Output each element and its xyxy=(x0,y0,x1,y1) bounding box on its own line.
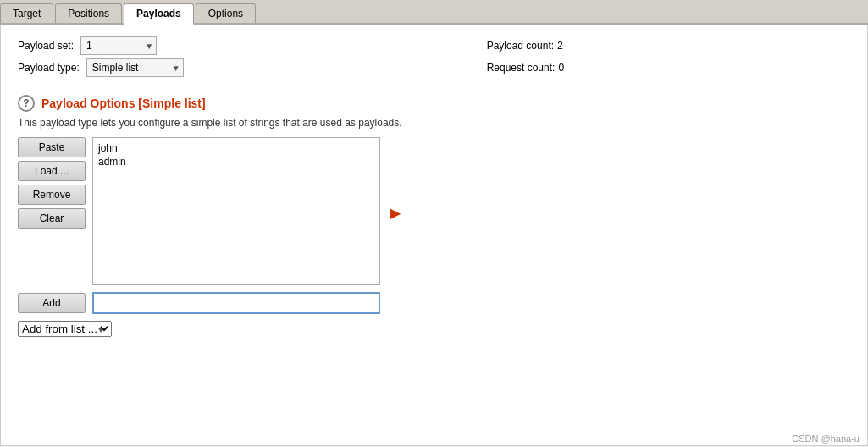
load-button[interactable]: Load ... xyxy=(18,161,86,181)
tab-payloads[interactable]: Payloads xyxy=(124,3,194,25)
payload-type-select[interactable]: Simple list Runtime file Custom iterator xyxy=(86,58,184,77)
help-icon[interactable]: ? xyxy=(18,95,35,112)
payload-set-select-wrap: 1 2 3 ▼ xyxy=(80,36,157,55)
add-from-list-wrap: Add from list ... ▼ xyxy=(18,321,112,337)
payload-count-row: Payload count: 2 xyxy=(487,40,850,52)
section-header: ? Payload Options [Simple list] xyxy=(18,95,850,112)
play-icon: ▶ xyxy=(390,205,401,221)
tab-options[interactable]: Options xyxy=(196,3,256,23)
clear-button[interactable]: Clear xyxy=(18,208,86,229)
request-count-value: 0 xyxy=(558,62,564,74)
main-content: Payload set: 1 2 3 ▼ Payload count: 2 Pa… xyxy=(0,25,868,446)
tab-bar: Target Positions Payloads Options xyxy=(0,0,868,25)
payload-type-row: Payload type: Simple list Runtime file C… xyxy=(18,58,470,77)
tab-positions[interactable]: Positions xyxy=(55,3,122,23)
payload-set-label: Payload set: xyxy=(18,40,74,52)
add-input[interactable] xyxy=(92,292,380,314)
payload-count-label: Payload count: xyxy=(487,40,554,52)
request-count-label: Request count: xyxy=(487,62,556,74)
footer-text: CSDN @hana-u xyxy=(792,433,860,444)
payload-set-select[interactable]: 1 2 3 xyxy=(80,36,157,55)
tab-target[interactable]: Target xyxy=(0,3,53,23)
payload-count-value: 2 xyxy=(557,40,563,52)
payload-set-row: Payload set: 1 2 3 ▼ xyxy=(18,36,470,55)
top-controls: Payload set: 1 2 3 ▼ Payload count: 2 Pa… xyxy=(18,36,850,77)
payload-type-label: Payload type: xyxy=(18,62,80,74)
add-row: Add xyxy=(18,292,850,314)
payload-list[interactable]: john admin xyxy=(92,137,380,285)
add-from-list-select[interactable]: Add from list ... xyxy=(18,321,112,337)
list-area: Paste Load ... Remove Clear john admin ▶ xyxy=(18,137,850,285)
payload-type-select-wrap: Simple list Runtime file Custom iterator… xyxy=(86,58,184,77)
request-count-row: Request count: 0 xyxy=(487,62,850,74)
list-item: admin xyxy=(97,155,376,168)
list-item: john xyxy=(97,141,376,155)
add-button[interactable]: Add xyxy=(18,293,86,313)
paste-button[interactable]: Paste xyxy=(18,137,86,157)
divider xyxy=(18,86,850,86)
list-buttons: Paste Load ... Remove Clear xyxy=(18,137,86,229)
section-description: This payload type lets you configure a s… xyxy=(18,117,850,129)
remove-button[interactable]: Remove xyxy=(18,185,86,205)
section-title: Payload Options [Simple list] xyxy=(41,97,206,110)
